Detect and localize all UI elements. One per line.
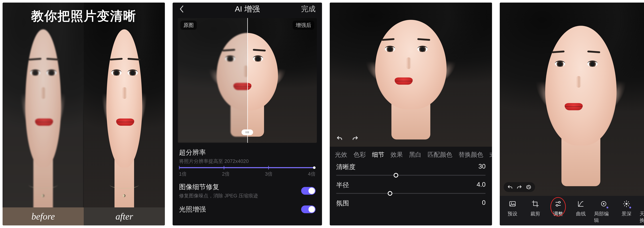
panel-ai-enhance: AI 增强 完成 原图 增强后 超分辨率 将照片分辨率提高至 2072x4020 (172, 2, 322, 226)
compare-handle[interactable] (242, 129, 253, 135)
tool-sky-replace[interactable]: 天空替换 (640, 199, 644, 224)
clarity-label: 清晰度 (336, 163, 356, 171)
clarity-slider[interactable] (336, 175, 486, 176)
light-enhance-title: 光照增强 (179, 205, 206, 214)
redo-button[interactable] (350, 134, 360, 143)
undo-button[interactable] (335, 134, 344, 143)
panel-before-after: 教你把照片变清晰 before after (2, 2, 165, 226)
tab-light[interactable]: 光效 (335, 151, 347, 159)
history-button[interactable] (526, 184, 532, 190)
super-resolution-section: 超分辨率 将照片分辨率提高至 2072x4020 1倍 2倍 3倍 4倍 (179, 148, 316, 177)
image-icon (508, 199, 518, 209)
after-label: after (84, 208, 165, 226)
tutorial-title: 教你把照片变清晰 (2, 8, 165, 25)
tab-more[interactable]: 式 (490, 151, 492, 159)
super-resolution-ticks: 1倍 2倍 3倍 4倍 (179, 171, 316, 177)
clarity-value: 30 (478, 163, 486, 171)
ai-enhance-title: AI 增强 (172, 4, 322, 14)
tool-label: 局部编辑 (594, 211, 613, 224)
after-image (84, 2, 165, 226)
compare-enhanced-tag: 增强后 (293, 20, 314, 30)
super-resolution-subtitle: 将照片分辨率提高至 2072x4020 (179, 158, 316, 165)
tool-presets[interactable]: 预设 (503, 199, 522, 217)
light-enhance-row: 光照增强 (179, 204, 316, 215)
detail-repair-row: 图像细节修复 修复图像噪点，消除 JPEG 压缩痕迹 (179, 183, 316, 199)
tool-label: 预设 (508, 211, 518, 217)
tool-label: 裁剪 (530, 211, 540, 217)
tab-bw[interactable]: 黑白 (409, 151, 422, 159)
compare-viewport[interactable]: 原图 增强后 (178, 18, 317, 143)
before-label: before (2, 208, 84, 226)
tab-detail[interactable]: 细节 (372, 151, 384, 159)
slider-row-ambience: 氛围 0 (336, 199, 486, 208)
local-edit-icon (599, 199, 608, 209)
bottom-toolbar: 预设 裁剪 调整 曲线 局部编辑 (500, 196, 644, 226)
detail-repair-toggle[interactable] (301, 187, 316, 195)
ai-enhance-header: AI 增强 完成 (172, 2, 322, 15)
svg-point-2 (511, 203, 512, 204)
redo-button[interactable] (516, 184, 522, 190)
tab-effect[interactable]: 效果 (390, 151, 403, 159)
super-resolution-title: 超分辨率 (179, 148, 316, 157)
compare-original-tag: 原图 (180, 20, 197, 30)
compare-divider[interactable] (247, 18, 248, 143)
tool-local-edit[interactable]: 局部编辑 (594, 199, 613, 224)
tab-replace[interactable]: 替换颜色 (458, 151, 483, 159)
tool-label: 天空替换 (640, 211, 644, 224)
svg-point-6 (603, 203, 604, 205)
panel-tool-selection: 预设 裁剪 调整 曲线 局部编辑 (500, 2, 644, 226)
tool-crop[interactable]: 裁剪 (526, 199, 545, 217)
before-image (2, 2, 84, 226)
radius-slider[interactable] (336, 193, 486, 194)
radius-label: 半径 (336, 181, 349, 189)
tool-label: 景深 (622, 211, 632, 217)
tool-depth[interactable]: 景深 (617, 199, 636, 217)
caption-bar: before after (2, 208, 165, 226)
super-resolution-slider[interactable] (179, 167, 316, 168)
light-enhance-toggle[interactable] (301, 206, 316, 213)
highlight-ring-icon (550, 197, 566, 217)
detail-repair-title: 图像细节修复 (179, 183, 258, 192)
tool-curves[interactable]: 曲线 (571, 199, 590, 217)
slider-row-clarity: 清晰度 30 (336, 163, 486, 171)
slider-row-radius: 半径 4.0 (336, 181, 486, 189)
tab-match[interactable]: 匹配颜色 (428, 151, 452, 159)
ambience-value: 0 (482, 199, 486, 208)
svg-point-7 (626, 203, 628, 205)
panel-detail-sliders: 光效 色彩 细节 效果 黑白 匹配颜色 替换颜色 式 清晰度 30 半径 4.0… (330, 2, 492, 226)
tab-color[interactable]: 色彩 (354, 151, 366, 159)
edit-canvas[interactable] (330, 2, 492, 147)
adjust-tabs: 光效 色彩 细节 效果 黑白 匹配颜色 替换颜色 式 (330, 147, 492, 160)
radius-value: 4.0 (476, 181, 486, 189)
edit-canvas[interactable] (500, 2, 644, 196)
history-bar (504, 182, 535, 192)
tool-adjust[interactable]: 调整 (548, 199, 568, 217)
detail-repair-subtitle: 修复图像噪点，消除 JPEG 压缩痕迹 (179, 193, 258, 199)
undo-button[interactable] (507, 184, 513, 190)
ambience-label: 氛围 (336, 199, 349, 208)
tool-label: 曲线 (576, 211, 586, 217)
curve-icon (576, 199, 586, 209)
done-button[interactable]: 完成 (301, 4, 316, 14)
depth-icon (622, 199, 632, 209)
crop-icon (530, 199, 540, 209)
